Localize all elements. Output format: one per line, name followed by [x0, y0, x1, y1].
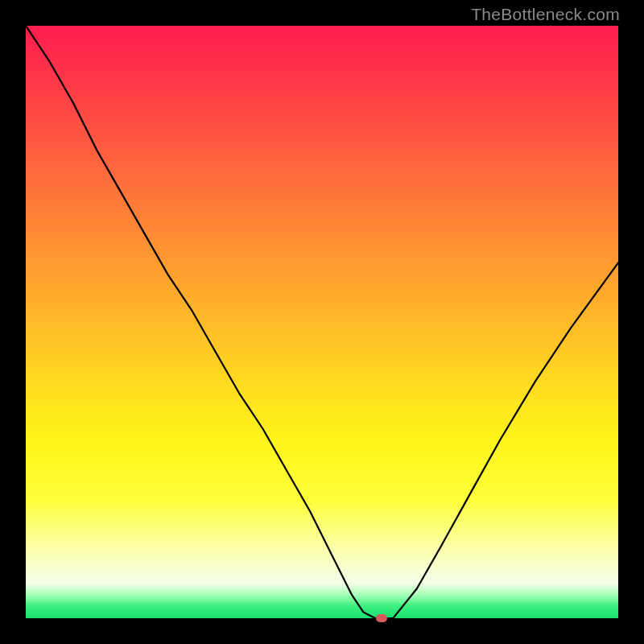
- plot-area: [26, 26, 618, 618]
- chart-container: TheBottleneck.com: [0, 0, 644, 644]
- bottleneck-curve: [26, 26, 618, 618]
- current-point-marker: [376, 614, 387, 622]
- watermark-label: TheBottleneck.com: [471, 5, 620, 24]
